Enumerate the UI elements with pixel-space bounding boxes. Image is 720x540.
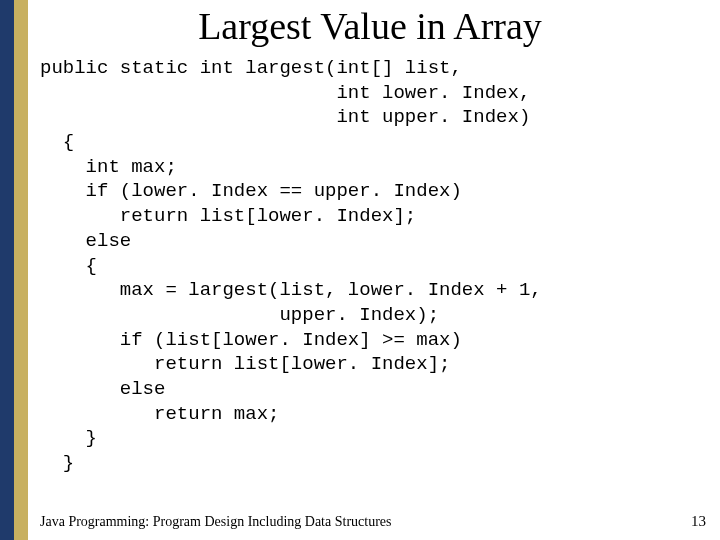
page-number: 13 [691, 513, 706, 530]
slide: Largest Value in Array public static int… [0, 0, 720, 540]
slide-title: Largest Value in Array [40, 4, 700, 48]
left-stripe-dark [0, 0, 14, 540]
code-block: public static int largest(int[] list, in… [40, 56, 710, 476]
left-stripe-light [14, 0, 28, 540]
footer-text: Java Programming: Program Design Includi… [40, 514, 391, 530]
